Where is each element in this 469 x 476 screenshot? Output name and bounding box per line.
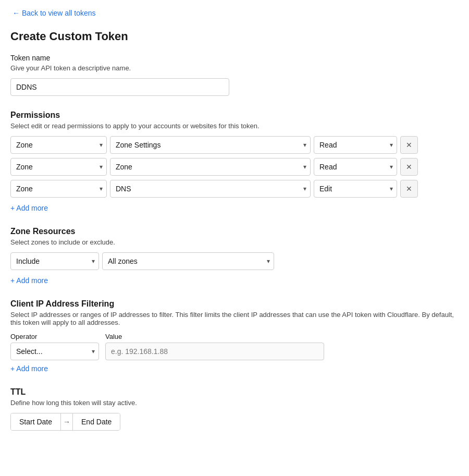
token-name-description: Give your API token a descriptive name. <box>10 64 459 72</box>
permissions-row-2: Zone Account User Zone Zone Settings DNS… <box>10 158 459 176</box>
ttl-arrow-icon: → <box>60 413 73 430</box>
permissions-row-3: Zone Account User DNS Zone Zone Settings… <box>10 180 459 198</box>
add-more-ip[interactable]: + Add more <box>10 364 48 373</box>
permissions-section: Permissions Select edit or read permissi… <box>10 111 459 212</box>
ttl-description: Define how long this token will stay act… <box>10 399 459 407</box>
operator-value-row: Operator Select... Is in Is not in Value <box>10 333 459 360</box>
ttl-date-row: Start Date → End Date <box>10 413 120 431</box>
permissions-title: Permissions <box>10 111 459 120</box>
category-select-wrapper-2: Zone Account User <box>10 158 107 176</box>
resource-select-1[interactable]: Zone Settings Zone DNS <box>110 136 311 154</box>
token-name-section: Token name Give your API token a descrip… <box>10 54 459 96</box>
operator-label: Operator <box>10 333 99 340</box>
back-link[interactable]: ← Back to view all tokens <box>10 9 96 17</box>
permission-select-wrapper-2: Read Edit <box>314 158 397 176</box>
remove-permission-1[interactable]: ✕ <box>400 136 418 154</box>
include-select[interactable]: Include Exclude <box>10 252 99 270</box>
permissions-description: Select edit or read permissions to apply… <box>10 122 459 130</box>
client-ip-description: Select IP addresses or ranges of IP addr… <box>10 311 459 326</box>
resource-select-wrapper-3: DNS Zone Zone Settings <box>110 180 311 198</box>
resource-select-2[interactable]: Zone Zone Settings DNS <box>110 158 311 176</box>
resource-select-3[interactable]: DNS Zone Zone Settings <box>110 180 311 198</box>
zone-resources-description: Select zones to include or exclude. <box>10 238 459 246</box>
resource-select-wrapper-1: Zone Settings Zone DNS <box>110 136 311 154</box>
category-select-wrapper-3: Zone Account User <box>10 180 107 198</box>
ttl-title: TTL <box>10 387 459 397</box>
zones-select-wrapper: All zones Specific zone <box>102 252 274 270</box>
category-select-wrapper-1: Zone Account User <box>10 136 107 154</box>
operator-select[interactable]: Select... Is in Is not in <box>10 343 99 360</box>
page-title: Create Custom Token <box>10 30 459 43</box>
value-input[interactable] <box>105 343 324 360</box>
operator-group: Operator Select... Is in Is not in <box>10 333 99 360</box>
category-select-1[interactable]: Zone Account User <box>10 136 107 154</box>
include-select-wrapper: Include Exclude <box>10 252 99 270</box>
value-label: Value <box>105 333 459 340</box>
value-group: Value <box>105 333 459 360</box>
category-select-3[interactable]: Zone Account User <box>10 180 107 198</box>
permission-select-wrapper-1: Read Edit <box>314 136 397 154</box>
back-link-label: ← Back to view all tokens <box>13 9 96 17</box>
start-date-button[interactable]: Start Date <box>11 413 60 430</box>
token-name-input[interactable] <box>10 78 229 96</box>
ttl-section: TTL Define how long this token will stay… <box>10 387 459 431</box>
permission-select-wrapper-3: Edit Read <box>314 180 397 198</box>
add-more-zones[interactable]: + Add more <box>10 276 48 285</box>
remove-permission-3[interactable]: ✕ <box>400 180 418 198</box>
category-select-2[interactable]: Zone Account User <box>10 158 107 176</box>
permissions-row-1: Zone Account User Zone Settings Zone DNS… <box>10 136 459 154</box>
end-date-button[interactable]: End Date <box>73 413 120 430</box>
zones-select[interactable]: All zones Specific zone <box>102 252 274 270</box>
zone-resources-row: Include Exclude All zones Specific zone <box>10 252 459 270</box>
add-more-permissions[interactable]: + Add more <box>10 204 48 212</box>
permission-select-3[interactable]: Edit Read <box>314 180 397 198</box>
client-ip-section: Client IP Address Filtering Select IP ad… <box>10 299 459 373</box>
operator-select-wrapper: Select... Is in Is not in <box>10 343 99 360</box>
zone-resources-section: Zone Resources Select zones to include o… <box>10 227 459 285</box>
resource-select-wrapper-2: Zone Zone Settings DNS <box>110 158 311 176</box>
token-name-label: Token name <box>10 54 459 62</box>
remove-permission-2[interactable]: ✕ <box>400 158 418 176</box>
client-ip-title: Client IP Address Filtering <box>10 299 459 309</box>
zone-resources-title: Zone Resources <box>10 227 459 236</box>
permission-select-1[interactable]: Read Edit <box>314 136 397 154</box>
permission-select-2[interactable]: Read Edit <box>314 158 397 176</box>
